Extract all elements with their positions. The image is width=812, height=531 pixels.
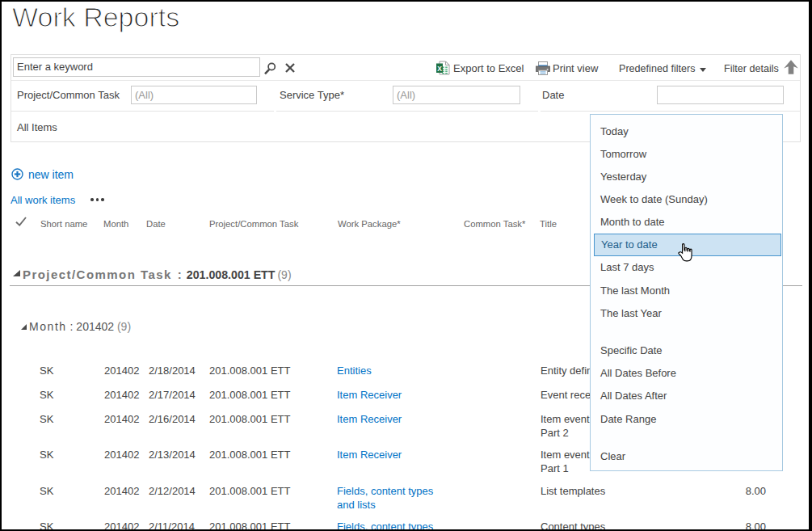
svg-text:X: X — [437, 65, 442, 73]
